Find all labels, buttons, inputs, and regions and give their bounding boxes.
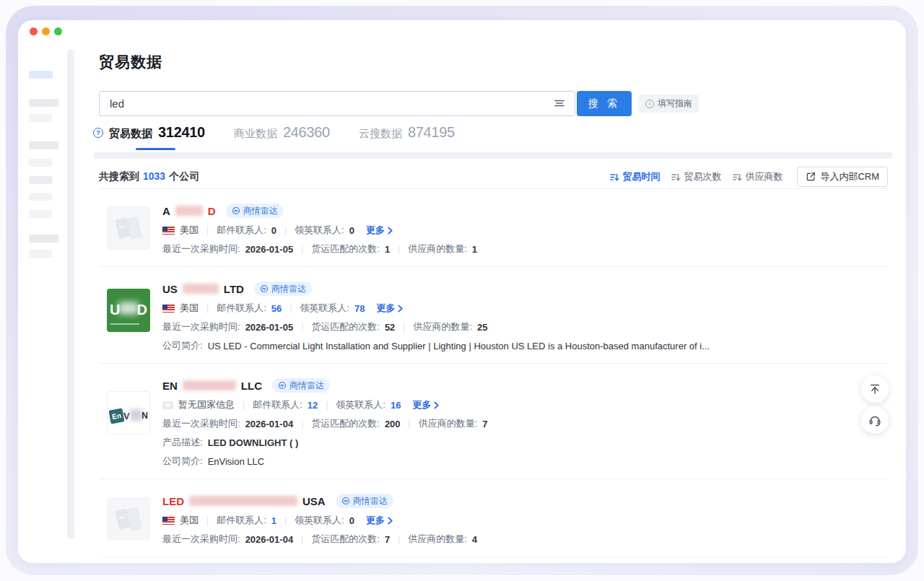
sidebar-placeholder-bar[interactable] (29, 99, 58, 107)
import-crm-button[interactable]: 导入内部CRM (797, 167, 888, 187)
product-desc-value: LED DOWNLIGHT ( ) (208, 437, 299, 448)
sort-icon (671, 172, 681, 182)
minimize-window-icon[interactable] (42, 27, 50, 35)
email-contacts-label: 邮件联系人: (217, 302, 266, 315)
sort-supplier-count[interactable]: 供应商数 (733, 170, 783, 183)
company-intro-label: 公司简介: (162, 455, 203, 468)
linkedin-contacts-count[interactable]: 16 (391, 400, 401, 411)
more-link[interactable]: 更多 (376, 302, 404, 315)
chevron-right-icon (433, 401, 440, 409)
company-name-suffix[interactable]: USA (302, 495, 326, 507)
more-link[interactable]: 更多 (366, 514, 393, 527)
company-card[interactable]: UD US LTD 商情雷达 美国 | 邮件联系人: (99, 267, 888, 364)
company-card[interactable]: A D 商情雷达 美国 | 邮件联系人: 0 | 领英联系人: 0 (99, 189, 888, 267)
window-controls (30, 27, 62, 35)
sort-label: 贸易时间 (622, 170, 660, 183)
customer-service-button[interactable] (861, 406, 889, 434)
divider: | (284, 225, 287, 235)
radar-badge[interactable]: 商情雷达 (254, 281, 312, 296)
radar-badge[interactable]: 商情雷达 (272, 378, 330, 393)
divider: | (409, 419, 411, 429)
company-card[interactable]: LED USA 商情雷达 美国 | 邮件联系人: 1 | 领英联系人: (99, 479, 888, 557)
last-purchase-value: 2026-01-04 (245, 419, 294, 429)
last-purchase-value: 2026-01-05 (245, 322, 294, 333)
company-list: A D 商情雷达 美国 | 邮件联系人: 0 | 领英联系人: 0 (99, 188, 888, 557)
more-link[interactable]: 更多 (412, 398, 440, 411)
company-name-suffix[interactable]: LTD (224, 283, 244, 295)
sort-trade-count[interactable]: 贸易次数 (671, 170, 721, 183)
close-window-icon[interactable] (30, 27, 38, 35)
freight-match-value: 7 (385, 534, 390, 545)
results-toolbar: 共搜索到1033个公司 贸易时间 贸易次数 供应商数 导入内部CRM (99, 167, 888, 187)
sidebar-placeholder-bar[interactable] (29, 193, 52, 201)
company-logo[interactable] (107, 497, 150, 541)
supplier-count-label: 供应商的数量: (408, 533, 467, 546)
company-name[interactable]: LED (162, 495, 184, 507)
linkedin-contacts-count[interactable]: 0 (349, 225, 354, 236)
supplier-count-label: 供应商的数量: (408, 243, 467, 255)
company-name[interactable]: EN (162, 380, 178, 392)
tab-label: 云搜数据 (359, 127, 402, 141)
company-logo[interactable]: EnVN (107, 391, 150, 434)
company-name-suffix[interactable]: D (208, 205, 216, 217)
company-name[interactable]: US (162, 283, 178, 295)
sidebar-placeholder-bar[interactable] (29, 159, 52, 167)
linkedin-contacts-count[interactable]: 78 (354, 303, 365, 314)
chevron-right-icon (387, 517, 393, 525)
divider: | (301, 419, 303, 429)
supplier-count-value: 4 (472, 534, 477, 545)
company-intro-label: 公司简介: (162, 339, 203, 352)
tab-trade-data[interactable]: ? 贸易数据 312410 (93, 124, 205, 141)
sidebar-placeholder-bar[interactable] (29, 176, 53, 184)
section-divider-band (94, 152, 892, 159)
sidebar-placeholder-bar[interactable] (29, 250, 52, 258)
more-link[interactable]: 更多 (366, 224, 393, 237)
sidebar-placeholder-bar[interactable] (29, 210, 52, 218)
company-logo[interactable] (107, 206, 150, 250)
email-contacts-count[interactable]: 12 (308, 400, 318, 411)
company-name-suffix[interactable]: LLC (241, 380, 262, 392)
fill-guide-link[interactable]: i 填写指南 (639, 95, 699, 113)
divider: | (301, 534, 303, 544)
sort-icon (610, 172, 619, 182)
back-to-top-button[interactable] (861, 375, 889, 403)
linkedin-contacts-label: 领英联系人: (295, 224, 344, 237)
company-country: 美国 (162, 514, 199, 527)
company-name[interactable]: A (162, 205, 170, 217)
sort-trade-time[interactable]: 贸易时间 (610, 170, 660, 183)
no-flag-icon (162, 401, 173, 409)
help-icon[interactable]: ? (93, 128, 103, 138)
email-contacts-count[interactable]: 0 (271, 225, 276, 236)
chevron-right-icon (387, 227, 393, 235)
radar-icon (341, 497, 350, 505)
company-logo[interactable]: UD (107, 289, 150, 332)
search-button[interactable]: 搜 索 (577, 91, 632, 116)
freight-match-value: 1 (385, 244, 390, 255)
radar-badge[interactable]: 商情雷达 (226, 204, 284, 218)
company-card[interactable]: EnVN EN LLC 商情雷达 暂无国家信息 | 邮件联系人: (99, 364, 888, 479)
tab-business-data[interactable]: 商业数据 246360 (234, 124, 330, 141)
sidebar-placeholder-bar[interactable] (29, 235, 58, 243)
sidebar-placeholder-bar[interactable] (29, 114, 52, 122)
linkedin-contacts-count[interactable]: 0 (349, 515, 354, 526)
more-label: 更多 (412, 398, 431, 411)
import-icon (806, 172, 816, 182)
chevron-right-icon (397, 305, 404, 313)
supplier-count-label: 供应商的数量: (419, 417, 478, 430)
tab-cloud-search-data[interactable]: 云搜数据 874195 (359, 124, 455, 141)
maximize-window-icon[interactable] (54, 27, 62, 35)
radar-badge[interactable]: 商情雷达 (336, 494, 393, 508)
results-summary: 共搜索到1033个公司 (99, 170, 199, 183)
filter-icon[interactable] (554, 97, 565, 109)
sidebar-placeholder-bar[interactable] (29, 141, 58, 149)
search-input[interactable] (99, 91, 575, 116)
company-country: 美国 (162, 224, 199, 237)
last-purchase-label: 最近一次采购时间: (162, 533, 240, 546)
email-contacts-count[interactable]: 1 (271, 515, 276, 526)
freight-match-value: 52 (385, 322, 395, 333)
email-contacts-label: 邮件联系人: (217, 514, 266, 527)
data-tabs: ? 贸易数据 312410 商业数据 246360 云搜数据 874195 (93, 124, 455, 141)
email-contacts-count[interactable]: 56 (271, 303, 282, 314)
redacted-name-blur (189, 496, 297, 506)
sidebar-placeholder-bar[interactable] (29, 71, 53, 79)
